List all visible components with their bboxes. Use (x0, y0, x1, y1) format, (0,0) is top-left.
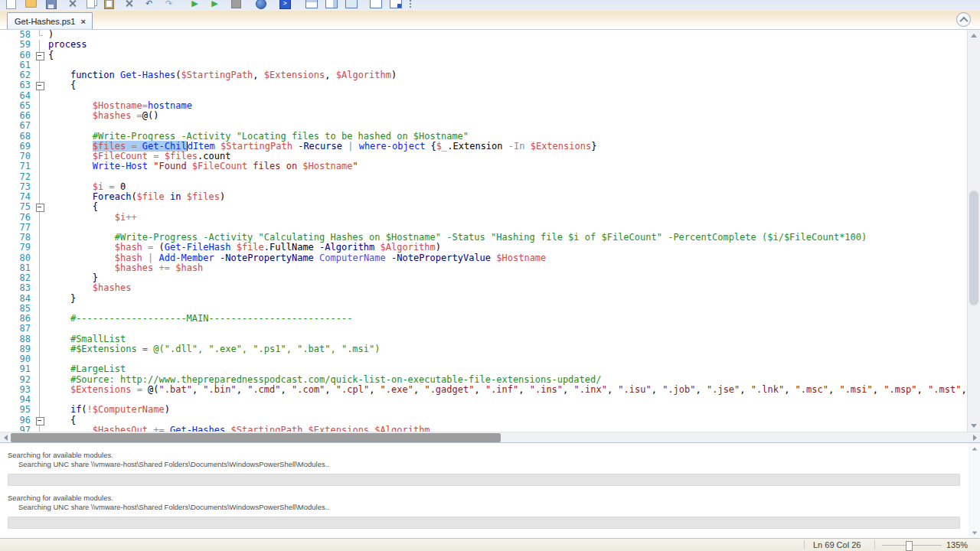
code-line[interactable]: 59process (0, 40, 968, 50)
open-script-icon[interactable] (24, 0, 38, 10)
code-text: $i++ (48, 213, 137, 223)
code-line[interactable]: 71 Write-Host "Found $FileCount files on… (0, 161, 968, 171)
code-line[interactable]: 77 (0, 223, 968, 233)
clear-console-icon[interactable] (122, 0, 136, 10)
cut-icon[interactable] (66, 0, 79, 10)
console-scrollbar[interactable] (969, 443, 980, 539)
undo-icon[interactable]: ↶ (142, 0, 155, 10)
code-line[interactable]: 85 (0, 304, 968, 314)
script-pane-top-icon[interactable] (305, 0, 318, 10)
code-line[interactable]: 83 $hashes (0, 283, 968, 293)
code-line[interactable]: 94 (0, 395, 968, 405)
code-line[interactable]: 62 function Get-Hashes($StartingPath, $E… (0, 70, 968, 80)
scroll-down-icon[interactable] (969, 527, 980, 539)
paste-icon[interactable] (103, 0, 116, 10)
copy-icon[interactable] (84, 0, 97, 10)
start-powershell-icon[interactable]: > (279, 0, 292, 10)
code-line[interactable]: 69 $files = Get-ChildItem $StartingPath … (0, 142, 968, 152)
code-line[interactable]: 81 $hashes += $hash (0, 263, 968, 273)
line-number: 61 (0, 60, 31, 70)
code-line[interactable]: 90 (0, 354, 968, 364)
code-text: { (48, 80, 76, 90)
code-line[interactable]: 92 #Source: http://www.thepreparednesspo… (0, 375, 968, 385)
stop-operation-icon[interactable] (230, 0, 243, 10)
code-line[interactable]: 91 #LargeList (0, 364, 968, 374)
code-text: #LargeList (48, 364, 126, 374)
show-command-window-icon[interactable] (369, 0, 382, 10)
script-pane-maximized-icon[interactable] (345, 0, 358, 10)
run-script-icon[interactable]: ▶ (188, 0, 201, 10)
fold-collapse-icon[interactable] (36, 82, 44, 90)
fold-gutter (31, 294, 48, 304)
code-line[interactable]: 67 (0, 121, 968, 131)
code-line[interactable]: 73 $i = 0 (0, 182, 968, 192)
vertical-scrollbar-thumb[interactable] (969, 191, 978, 305)
code-line[interactable]: 64 (0, 91, 968, 101)
code-line[interactable]: 78 #Write-Progress -Activity "Calculatin… (0, 233, 968, 243)
code-text: $Extensions = @(".bat", ".bin", ".cmd", … (48, 385, 968, 395)
tab-get-hashes[interactable]: Get-Hashes.ps1 × (7, 12, 93, 29)
new-remote-powershell-tab-icon[interactable] (254, 0, 267, 10)
scroll-left-icon[interactable] (0, 432, 11, 443)
code-line[interactable]: 86 #--------------------MAIN------------… (0, 314, 968, 324)
redo-icon[interactable]: ↷ (162, 0, 175, 10)
line-number: 92 (0, 375, 31, 385)
line-number: 62 (0, 70, 31, 80)
fold-collapse-icon[interactable] (36, 204, 44, 212)
editor-vertical-scrollbar[interactable] (967, 30, 980, 432)
code-line[interactable]: 87 (0, 324, 968, 334)
line-number: 60 (0, 51, 31, 60)
line-number: 96 (0, 416, 31, 425)
scroll-down-icon[interactable] (968, 420, 980, 432)
code-line[interactable]: 79 $hash = (Get-FileHash $file.FullName … (0, 243, 968, 253)
console-status-text: Searching for available modules. (8, 494, 960, 503)
fold-gutter (31, 202, 48, 212)
code-line[interactable]: 89 #$Extensions = @(".dll", ".exe", ".ps… (0, 344, 968, 354)
code-line[interactable]: 82 } (0, 273, 968, 283)
code-line[interactable]: 63 { (0, 80, 968, 90)
new-script-icon[interactable] (5, 0, 18, 10)
horizontal-scrollbar-thumb[interactable] (11, 433, 501, 442)
code-text: { (48, 416, 76, 425)
code-line[interactable]: 76 $i++ (0, 213, 968, 223)
code-line[interactable]: 84 } (0, 294, 968, 304)
run-selection-icon[interactable]: ▶ (208, 0, 221, 10)
code-line[interactable]: 93 $Extensions = @(".bat", ".bin", ".cmd… (0, 385, 968, 395)
code-line[interactable]: 58) (0, 30, 968, 40)
fold-collapse-icon[interactable] (36, 417, 44, 425)
line-number: 65 (0, 101, 31, 111)
collapse-pane-button[interactable] (956, 12, 971, 27)
code-line[interactable]: 75 { (0, 202, 968, 212)
code-line[interactable]: 66 $hashes =@() (0, 111, 968, 121)
code-line[interactable]: 88 #SmallList (0, 334, 968, 344)
fold-gutter (31, 192, 48, 202)
toolbar-overflow-icon[interactable] (404, 0, 417, 10)
fold-collapse-icon[interactable] (36, 52, 44, 60)
scroll-up-icon[interactable] (968, 30, 980, 41)
code-line[interactable]: 96 { (0, 416, 968, 425)
output-console-pane[interactable]: Searching for available modules. Searchi… (0, 442, 980, 539)
console-status-text: Searching for available modules. (8, 451, 960, 460)
zoom-level-label: 135% (946, 540, 968, 549)
new-powershell-tab-icon[interactable] (389, 0, 402, 10)
code-line[interactable]: 95 if(!$ComputerName) (0, 405, 968, 415)
code-line[interactable]: 60{ (0, 51, 968, 60)
code-text: if(!$ComputerName) (48, 405, 170, 415)
script-editor[interactable]: 58)59process60{6162 function Get-Hashes(… (0, 30, 968, 432)
code-line[interactable]: 70 $FileCount = $files.count (0, 152, 968, 161)
code-line[interactable]: 72 (0, 172, 968, 182)
code-line[interactable]: 65 $Hostname=hostname (0, 101, 968, 111)
save-icon[interactable] (44, 0, 57, 10)
code-line[interactable]: 61 (0, 60, 968, 70)
scroll-right-icon[interactable] (969, 432, 980, 443)
code-line[interactable]: 74 Foreach($file in $files) (0, 192, 968, 202)
tab-close-icon[interactable]: × (80, 17, 85, 26)
powershell-ise-window: ↶↷▶▶> Get-Hashes.ps1 × 58)59process60{61… (0, 0, 980, 551)
code-line[interactable]: 68 #Write-Progress -Activity "Locating f… (0, 132, 968, 142)
script-pane-right-icon[interactable] (325, 0, 338, 10)
scroll-up-icon[interactable] (969, 443, 980, 455)
code-line[interactable]: 97 $HashesOut += Get-Hashes $StartingPat… (0, 425, 968, 432)
zoom-slider-thumb[interactable] (906, 541, 913, 551)
code-line[interactable]: 80 $hash | Add-Member -NotePropertyName … (0, 253, 968, 263)
editor-horizontal-scrollbar[interactable] (0, 432, 980, 443)
